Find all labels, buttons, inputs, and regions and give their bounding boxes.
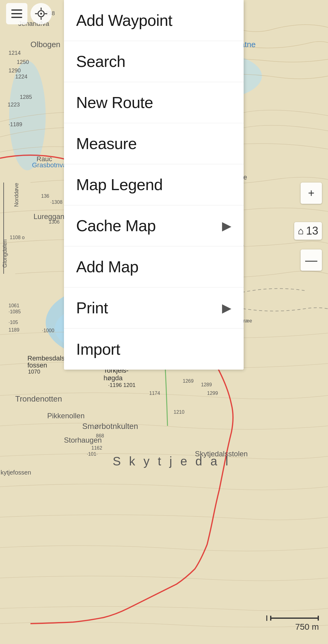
home-icon: ⌂ xyxy=(298,225,304,237)
svg-text:kytjefossen: kytjefossen xyxy=(1,469,31,476)
menu-item-import[interactable]: Import xyxy=(64,329,244,370)
svg-text:Smørbotnkulten: Smørbotnkulten xyxy=(82,422,138,431)
svg-text:1061: 1061 xyxy=(9,303,19,308)
menu-item-new-route[interactable]: New Route xyxy=(64,82,244,123)
svg-text:Rembesdals-: Rembesdals- xyxy=(27,354,67,362)
location-button[interactable] xyxy=(30,3,52,24)
svg-text:Olbogen: Olbogen xyxy=(30,40,60,49)
svg-text:1070: 1070 xyxy=(28,369,40,375)
map-controls: + xyxy=(301,183,322,204)
svg-text:Norddøve: Norddøve xyxy=(13,183,19,207)
waypoints-badge[interactable]: ⌂ 13 xyxy=(294,222,322,240)
svg-text:1299: 1299 xyxy=(207,391,218,396)
scale-line xyxy=(270,618,319,619)
svg-text:1214: 1214 xyxy=(9,50,21,56)
svg-text:1210: 1210 xyxy=(174,409,185,415)
menu-item-search[interactable]: Search xyxy=(64,41,244,82)
svg-text:868: 868 xyxy=(96,433,104,438)
svg-text:1108 o: 1108 o xyxy=(10,235,25,240)
svg-text:1250: 1250 xyxy=(17,59,29,65)
svg-text:1162: 1162 xyxy=(91,445,102,451)
svg-text:1290: 1290 xyxy=(9,68,21,74)
menu-item-measure[interactable]: Measure xyxy=(64,123,244,164)
menu-item-add-map[interactable]: Add Map xyxy=(64,246,244,287)
svg-text:·101·: ·101· xyxy=(87,451,98,457)
svg-text:Pikkenollen: Pikkenollen xyxy=(47,412,85,420)
svg-text:1285: 1285 xyxy=(20,94,32,100)
scale-label: 750 m xyxy=(295,622,319,632)
svg-text:1224: 1224 xyxy=(15,74,27,80)
svg-text:1289: 1289 xyxy=(201,382,212,387)
svg-text:·1189: ·1189 xyxy=(9,121,22,127)
svg-text:1189: 1189 xyxy=(9,327,19,332)
svg-text:Trondenotten: Trondenotten xyxy=(15,394,62,403)
zoom-in-button[interactable]: + xyxy=(301,183,322,204)
svg-text:·1196   1201: ·1196 1201 xyxy=(108,382,136,388)
svg-text:S k y t j e d a l: S k y t j e d a l xyxy=(113,454,231,468)
svg-text:1223: 1223 xyxy=(8,102,20,108)
svg-text:·1308: ·1308 xyxy=(50,200,62,205)
svg-text:1269: 1269 xyxy=(183,378,194,384)
svg-text:høgda: høgda xyxy=(104,374,123,382)
svg-text:136: 136 xyxy=(41,193,49,199)
menu-item-print[interactable]: Print ▶ xyxy=(64,287,244,329)
dropdown-menu: Add Waypoint Search New Route Measure Ma… xyxy=(64,0,244,370)
print-arrow-icon: ▶ xyxy=(222,301,231,315)
zoom-out-button[interactable]: — xyxy=(301,249,322,271)
menu-item-add-waypoint[interactable]: Add Waypoint xyxy=(64,0,244,41)
svg-text:fossen: fossen xyxy=(27,361,47,369)
svg-text:·1000: ·1000 xyxy=(42,328,54,333)
svg-text:Glongdølen: Glongdølen xyxy=(2,239,8,268)
svg-text:·1085: ·1085 xyxy=(9,309,21,314)
hamburger-menu-button[interactable] xyxy=(6,3,27,24)
scale-bar: 750 m xyxy=(265,615,319,632)
waypoints-count: 13 xyxy=(306,225,318,237)
svg-text:1306: 1306 xyxy=(49,219,60,225)
svg-text:·105: ·105 xyxy=(9,320,18,325)
svg-point-77 xyxy=(40,13,42,15)
menu-item-cache-map[interactable]: Cache Map ▶ xyxy=(64,205,244,246)
menu-item-map-legend[interactable]: Map Legend xyxy=(64,164,244,205)
cache-map-arrow-icon: ▶ xyxy=(222,219,231,233)
svg-text:1174: 1174 xyxy=(149,391,160,396)
